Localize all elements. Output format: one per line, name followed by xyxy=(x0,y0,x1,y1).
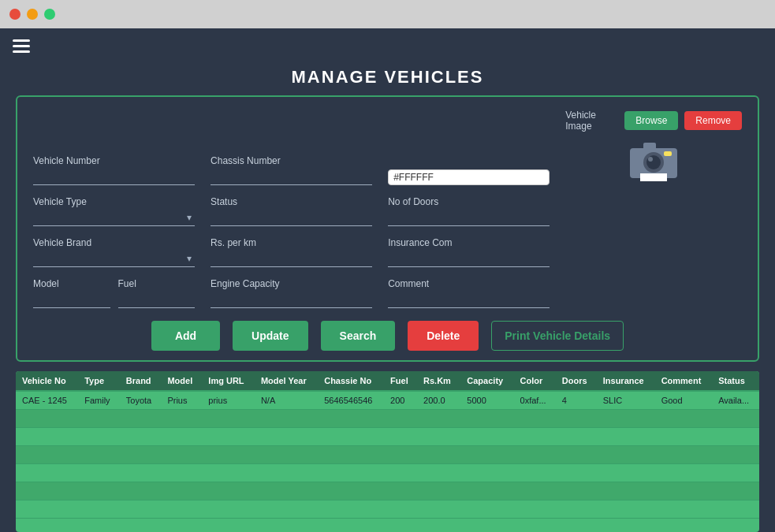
camera-icon xyxy=(626,138,681,185)
col-doors: Doors xyxy=(556,371,597,391)
table-cell: 200 xyxy=(384,391,417,410)
comment-input[interactable] xyxy=(388,292,550,308)
table-cell: CAE - 1245 xyxy=(16,391,78,410)
col-chassie-no: Chassie No xyxy=(318,371,384,391)
col-fuel: Fuel xyxy=(384,371,417,391)
chassis-number-label: Chassis Number xyxy=(211,155,372,166)
minimize-dot[interactable] xyxy=(27,9,38,20)
vehicle-type-select[interactable]: Family SUV Minivan xyxy=(33,210,195,226)
table-cell: Prius xyxy=(161,391,202,410)
table-cell: Family xyxy=(78,391,120,410)
table-cell: 200.0 xyxy=(417,391,460,410)
vehicle-type-field: Vehicle Type Family SUV Minivan xyxy=(33,196,195,226)
maximize-dot[interactable] xyxy=(44,9,55,20)
status-label: Status xyxy=(211,196,372,207)
status-field: Status xyxy=(211,196,372,226)
hamburger-menu[interactable] xyxy=(0,28,775,64)
vehicle-brand-select[interactable]: Toyota Honda Suzuki xyxy=(33,251,195,267)
engine-capacity-input[interactable] xyxy=(211,292,372,308)
insurance-com-field: Insurance Com xyxy=(388,237,550,267)
svg-point-2 xyxy=(646,155,661,169)
insurance-com-input[interactable] xyxy=(388,251,550,267)
col-rs-km: Rs.Km xyxy=(417,371,460,391)
vehicle-brand-label: Vehicle Brand xyxy=(33,237,195,248)
rs-per-km-field: Rs. per km xyxy=(211,237,372,267)
svg-rect-5 xyxy=(664,151,672,156)
search-button[interactable]: Search xyxy=(321,321,396,351)
rs-per-km-input[interactable] xyxy=(211,251,372,267)
vehicles-table: Vehicle No Type Brand Model Img URL Mode… xyxy=(16,371,759,519)
vehicle-number-label: Vehicle Number xyxy=(33,155,195,166)
delete-button[interactable]: Delete xyxy=(408,321,479,351)
chassis-number-input[interactable] xyxy=(211,169,372,185)
remove-button[interactable]: Remove xyxy=(684,111,742,130)
no-of-doors-field: No of Doors xyxy=(388,196,550,226)
col-insurance: Insurance xyxy=(597,371,655,391)
col-vehicle-no: Vehicle No xyxy=(16,371,78,391)
col-comment: Comment xyxy=(655,371,713,391)
no-of-doors-input[interactable] xyxy=(388,210,550,226)
update-button[interactable]: Update xyxy=(233,321,307,351)
no-of-doors-label: No of Doors xyxy=(388,196,550,207)
engine-capacity-field: Engine Capacity xyxy=(211,278,372,308)
table-cell: Availa... xyxy=(712,391,759,410)
table-cell: 5646546546 xyxy=(318,391,384,410)
col-model: Model xyxy=(161,371,202,391)
fuel-input[interactable] xyxy=(118,292,196,308)
color-field xyxy=(388,169,550,185)
col-img-url: Img URL xyxy=(202,371,255,391)
action-buttons: Add Update Search Delete Print Vehicle D… xyxy=(33,321,742,351)
fuel-field: Fuel xyxy=(118,278,196,308)
svg-rect-4 xyxy=(643,143,656,150)
table-cell: 5000 xyxy=(460,391,513,410)
table-header-row: Vehicle No Type Brand Model Img URL Mode… xyxy=(16,371,759,391)
model-fuel-group: Model Fuel xyxy=(33,278,195,308)
status-input[interactable] xyxy=(211,210,372,226)
col-model-year: Model Year xyxy=(255,371,318,391)
main-card: Vehicle Number Chassis Number Vehicle Im… xyxy=(16,95,759,362)
table-cell: Toyota xyxy=(120,391,162,410)
table-row-empty xyxy=(16,428,759,446)
col-color: Color xyxy=(514,371,556,391)
rs-per-km-label: Rs. per km xyxy=(211,237,372,248)
chassis-number-field: Chassis Number xyxy=(211,155,372,185)
comment-field: Comment xyxy=(388,278,550,308)
comment-label: Comment xyxy=(388,278,550,289)
svg-point-3 xyxy=(648,157,653,162)
close-dot[interactable] xyxy=(9,9,20,20)
title-bar xyxy=(0,0,775,28)
image-buttons: Browse Remove xyxy=(624,111,742,130)
table-cell: 0xfaf... xyxy=(514,391,556,410)
table-row-empty xyxy=(16,500,759,519)
add-button[interactable]: Add xyxy=(151,321,220,351)
table-row-empty xyxy=(16,464,759,482)
table-cell: Good xyxy=(655,391,713,410)
col-type: Type xyxy=(78,371,120,391)
table-row-empty xyxy=(16,410,759,428)
color-input[interactable] xyxy=(388,169,550,185)
table-cell: 4 xyxy=(556,391,597,410)
browse-button[interactable]: Browse xyxy=(624,111,678,130)
vehicle-number-field: Vehicle Number xyxy=(33,155,195,185)
model-label: Model xyxy=(33,278,110,289)
vehicle-number-input[interactable] xyxy=(33,169,195,185)
model-input[interactable] xyxy=(33,292,110,308)
table-cell: SLIC xyxy=(597,391,655,410)
table-section: Vehicle No Type Brand Model Img URL Mode… xyxy=(16,371,759,532)
engine-capacity-label: Engine Capacity xyxy=(211,278,372,289)
page-title: MANAGE VEHICLES xyxy=(0,67,775,87)
vehicle-type-label: Vehicle Type xyxy=(33,196,195,207)
svg-rect-6 xyxy=(640,173,667,181)
model-field: Model xyxy=(33,278,110,308)
table-cell: N/A xyxy=(255,391,318,410)
vehicle-image-label: Vehicle Image xyxy=(565,110,601,132)
table-row-empty xyxy=(16,446,759,464)
col-brand: Brand xyxy=(120,371,162,391)
vehicle-image-section: Vehicle Image Browse Remove xyxy=(565,110,742,185)
table-row-empty xyxy=(16,482,759,500)
print-button[interactable]: Print Vehicle Details xyxy=(491,321,624,351)
app-body: MANAGE VEHICLES Vehicle Number Chassis N… xyxy=(0,28,775,532)
fuel-label: Fuel xyxy=(118,278,196,289)
table-row[interactable]: CAE - 1245FamilyToyotaPriuspriusN/A56465… xyxy=(16,391,759,410)
table-cell: prius xyxy=(202,391,255,410)
